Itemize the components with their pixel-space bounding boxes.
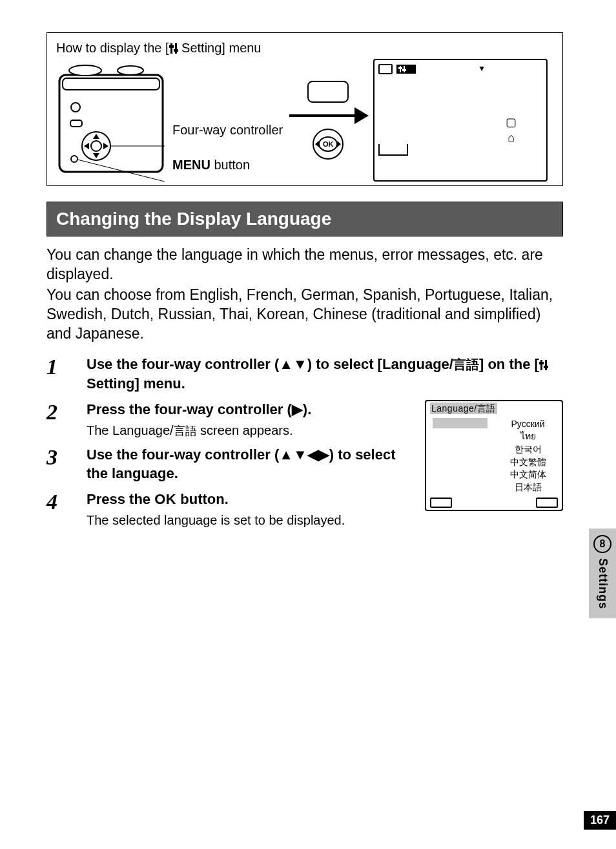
- callout-labels: Four-way controller MENU button: [172, 67, 283, 173]
- arrow-icon: [289, 114, 367, 117]
- footer-tab-icon: [430, 498, 452, 508]
- lang-option: ไทย: [494, 430, 562, 443]
- camera-illustration: [56, 59, 166, 182]
- howto-title-prefix: How to display the [: [56, 41, 169, 55]
- step-2-sub: The Language/言語 screen appears.: [87, 422, 413, 439]
- language-screen-header: Language/言語: [426, 401, 562, 417]
- chapter-name: Settings: [596, 558, 610, 609]
- content-area: How to display the [ Setting] menu: [46, 32, 563, 535]
- lang-option: 한국어: [494, 443, 562, 456]
- svg-rect-1: [175, 43, 177, 54]
- menu-button-label: MENU button: [172, 156, 283, 173]
- ok-controller-icon: OK: [313, 129, 344, 160]
- step-3-title: Use the four-way controller (▲▼◀▶) to se…: [87, 445, 413, 483]
- steps-2-to-4-row: 2 Press the four-way controller (▶). The…: [46, 400, 563, 535]
- svg-point-6: [69, 65, 101, 76]
- section-heading: Changing the Display Language: [46, 202, 563, 236]
- svg-rect-0: [170, 43, 172, 54]
- svg-rect-2: [169, 45, 174, 48]
- manual-page: How to display the [ Setting] menu: [0, 0, 616, 849]
- steps-list: 1 Use the four-way controller (▲▼) to se…: [46, 355, 563, 534]
- step-number: 4: [46, 490, 71, 529]
- lcd-body: ▢⌂: [378, 74, 542, 145]
- lcd-tab-icon: [378, 144, 408, 156]
- step-3: 3 Use the four-way controller (▲▼◀▶) to …: [46, 445, 413, 483]
- svg-rect-25: [540, 360, 542, 370]
- step-4-title: Press the OK button.: [87, 490, 413, 509]
- chapter-number: 8: [593, 535, 611, 553]
- ok-text: OK: [154, 491, 176, 507]
- setting-icon: [169, 43, 178, 54]
- camera-tab-icon: [378, 64, 393, 74]
- svg-point-7: [118, 66, 143, 75]
- lcd-bottom: [378, 144, 542, 156]
- display-button-icon: [307, 81, 349, 103]
- page-number: 167: [584, 811, 616, 830]
- lcd-menu-icons: ▢⌂: [506, 115, 517, 145]
- howto-title: How to display the [ Setting] menu: [56, 39, 556, 56]
- lang-option: 中文繁體: [494, 456, 562, 469]
- language-col-left: [426, 418, 494, 494]
- howto-title-suffix: Setting] menu: [178, 41, 262, 55]
- svg-rect-26: [545, 360, 547, 370]
- svg-rect-28: [544, 366, 548, 368]
- ok-label: OK: [318, 136, 338, 152]
- svg-rect-23: [398, 67, 402, 69]
- language-screen-footer: [426, 498, 562, 510]
- svg-rect-3: [174, 49, 178, 52]
- language-columns: Русский ไทย 한국어 中文繁體 中文简体 日本語: [426, 417, 562, 498]
- step-4-sub: The selected language is set to be displ…: [87, 512, 413, 529]
- intro-para-2: You can choose from English, French, Ger…: [46, 286, 563, 344]
- intro-para-1: You can change the language in which the…: [46, 246, 563, 284]
- chapter-index-tab: 8 Settings: [589, 529, 616, 618]
- step-1: 1 Use the four-way controller (▲▼) to se…: [46, 355, 563, 393]
- language-col-right: Русский ไทย 한국어 中文繁體 中文简体 日本語: [494, 418, 562, 494]
- step-1-title: Use the four-way controller (▲▼) to sele…: [87, 355, 563, 393]
- fourway-label: Four-way controller: [172, 121, 283, 138]
- howto-inner: Four-way controller MENU button OK ▼ ▢⌂: [56, 59, 556, 182]
- step-2-title: Press the four-way controller (▶).: [87, 400, 413, 419]
- step-number: 2: [46, 400, 71, 439]
- language-screen: Language/言語 Русский ไทย 한국어: [425, 400, 563, 512]
- lcd-setting-tab-icon: [396, 65, 416, 74]
- arrow-block: OK: [289, 81, 367, 160]
- svg-rect-24: [402, 69, 406, 71]
- lang-option: 中文简体: [494, 468, 562, 481]
- step-4: 4 Press the OK button. The selected lang…: [46, 490, 413, 529]
- svg-rect-27: [539, 362, 544, 364]
- lcd-preview: ▼ ▢⌂: [373, 59, 548, 182]
- down-triangle-icon: ▼: [478, 64, 486, 74]
- menu-bold: MENU: [172, 158, 210, 172]
- step-number: 3: [46, 445, 71, 483]
- setting-icon: [539, 360, 548, 370]
- step-2: 2 Press the four-way controller (▶). The…: [46, 400, 413, 439]
- footer-tab-icon: [536, 498, 558, 508]
- lcd-tabs: ▼: [378, 64, 542, 74]
- step-number: 1: [46, 355, 71, 393]
- lang-option: 日本語: [494, 481, 562, 494]
- lang-option: Русский: [494, 418, 562, 431]
- svg-rect-5: [63, 78, 159, 90]
- selected-language-highlight: [433, 418, 488, 428]
- howto-box: How to display the [ Setting] menu: [46, 32, 563, 186]
- menu-suffix: button: [210, 158, 250, 172]
